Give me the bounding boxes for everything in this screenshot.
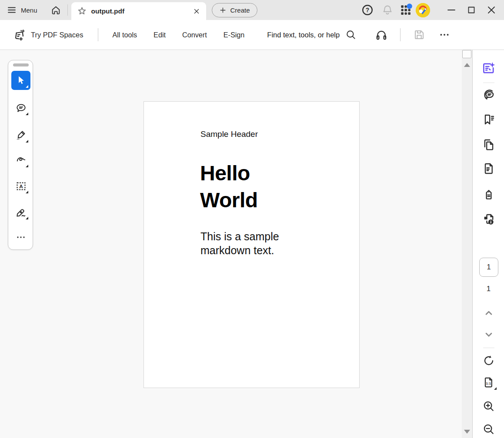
zoom-out-icon <box>482 423 495 436</box>
vertical-scrollbar[interactable] <box>462 50 472 438</box>
svg-text:?: ? <box>366 7 369 13</box>
draw-tool-button[interactable] <box>11 150 30 169</box>
page-total-label: 1 <box>473 285 504 293</box>
nav-convert[interactable]: Convert <box>181 28 208 42</box>
create-button[interactable]: Create <box>212 3 257 17</box>
toolbar-divider-2 <box>400 28 401 41</box>
file-info-icon <box>482 212 496 226</box>
page-thumbnails-button[interactable] <box>481 137 497 153</box>
help-icon: ? <box>361 3 374 17</box>
svg-text:A: A <box>19 183 23 189</box>
more-quick-tools-button[interactable] <box>11 228 30 247</box>
doc-header-text: Sample Header <box>200 129 258 139</box>
home-button[interactable] <box>50 5 61 16</box>
one-to-one-icon: 1:1 <box>482 376 495 389</box>
comment-bubble-icon <box>15 102 27 114</box>
try-pdf-spaces-button[interactable]: Try PDF Spaces <box>13 28 83 41</box>
find-search-field[interactable]: Find text, tools, or help <box>267 29 357 40</box>
select-tool-button[interactable] <box>11 71 30 90</box>
fill-sign-tool-button[interactable] <box>11 202 30 222</box>
ai-assistant-button[interactable] <box>481 60 497 76</box>
titlebar-divider <box>67 4 68 16</box>
zoom-out-button[interactable] <box>481 421 497 437</box>
notifications-button[interactable] <box>380 3 395 17</box>
previous-page-button[interactable] <box>481 305 497 321</box>
document-tab[interactable]: output.pdf <box>71 2 206 20</box>
zoom-in-button[interactable] <box>481 398 497 414</box>
plus-icon <box>219 7 227 14</box>
tag-icon <box>482 187 496 201</box>
ai-assistant-icon <box>481 61 496 76</box>
minimize-button[interactable] <box>441 1 461 19</box>
add-text-icon: A <box>15 180 27 192</box>
doc-title-text: Hello World <box>200 160 300 214</box>
nav-edit[interactable]: Edit <box>153 28 167 42</box>
pdf-spaces-icon <box>13 28 26 41</box>
page-number-input[interactable]: 1 <box>479 258 498 277</box>
home-icon <box>50 5 61 16</box>
ellipsis-icon <box>16 232 26 242</box>
refresh-button[interactable] <box>481 353 497 368</box>
document-info-button[interactable] <box>481 212 497 227</box>
chevron-up-icon <box>483 307 494 319</box>
profile-avatar[interactable] <box>416 3 430 17</box>
attachments-panel-button[interactable] <box>481 161 497 176</box>
document-area: A Samp <box>0 50 504 438</box>
bookmarks-icon <box>482 113 496 126</box>
cursor-arrow-icon <box>15 75 27 86</box>
save-button[interactable] <box>412 27 427 42</box>
add-comment-tool-button[interactable] <box>11 98 30 117</box>
rail-divider <box>483 83 494 83</box>
comments-panel-button[interactable] <box>481 87 497 103</box>
toolbar: Try PDF Spaces All tools Edit Convert E-… <box>0 20 504 50</box>
bookmarks-panel-button[interactable] <box>481 112 497 127</box>
apps-button[interactable] <box>398 3 413 17</box>
chevron-down-icon <box>483 329 494 340</box>
headphones-icon <box>375 28 388 41</box>
help-button[interactable]: ? <box>360 3 375 17</box>
doc-body-text: This is a sample markdown text. <box>200 229 300 257</box>
bell-icon <box>381 4 394 16</box>
scroll-up-arrow-icon[interactable] <box>464 63 470 67</box>
scrollbar-thumb[interactable] <box>462 50 471 58</box>
maximize-button[interactable] <box>461 1 481 19</box>
try-pdf-spaces-label: Try PDF Spaces <box>31 31 83 39</box>
pdf-page[interactable]: Sample Header Hello World This is a samp… <box>144 101 360 388</box>
palette-drag-handle[interactable] <box>13 63 29 66</box>
tab-close-icon[interactable] <box>193 7 200 15</box>
right-rail: 1 1 <box>472 50 504 438</box>
search-placeholder: Find text, tools, or help <box>267 31 340 39</box>
fountain-pen-icon <box>15 206 27 218</box>
favorite-star-icon[interactable] <box>77 6 87 16</box>
scroll-down-arrow-icon[interactable] <box>464 430 470 434</box>
acrobat-window: Menu output.pdf Create <box>0 0 504 438</box>
file-lines-icon <box>482 162 496 176</box>
hamburger-icon <box>7 5 17 15</box>
apps-grid-icon <box>399 3 413 17</box>
highlighter-icon <box>15 129 27 141</box>
highlight-tool-button[interactable] <box>11 126 30 145</box>
actual-size-button[interactable]: 1:1 <box>481 375 497 390</box>
refresh-icon <box>482 354 495 367</box>
more-tools-button[interactable] <box>437 27 452 42</box>
menu-label: Menu <box>21 7 37 14</box>
quick-tools-palette: A <box>8 60 33 250</box>
titlebar: Menu output.pdf Create <box>0 0 504 20</box>
tags-panel-button[interactable] <box>481 186 497 202</box>
rail-divider-2 <box>483 348 494 348</box>
nav-all-tools[interactable]: All tools <box>111 28 138 42</box>
nav-esign[interactable]: E-Sign <box>223 28 246 42</box>
menu-button[interactable]: Menu <box>7 5 37 15</box>
create-label: Create <box>230 7 250 14</box>
window-close-button[interactable] <box>481 1 501 19</box>
copy-pages-icon <box>482 138 496 152</box>
add-text-tool-button[interactable]: A <box>11 176 30 196</box>
zoom-in-icon <box>482 400 495 413</box>
save-icon <box>413 29 425 41</box>
read-aloud-button[interactable] <box>374 27 389 42</box>
tab-title: output.pdf <box>91 7 125 15</box>
draw-squiggle-icon <box>15 154 27 166</box>
comments-icon <box>482 88 496 102</box>
toolbar-divider <box>98 28 98 41</box>
next-page-button[interactable] <box>481 327 497 342</box>
